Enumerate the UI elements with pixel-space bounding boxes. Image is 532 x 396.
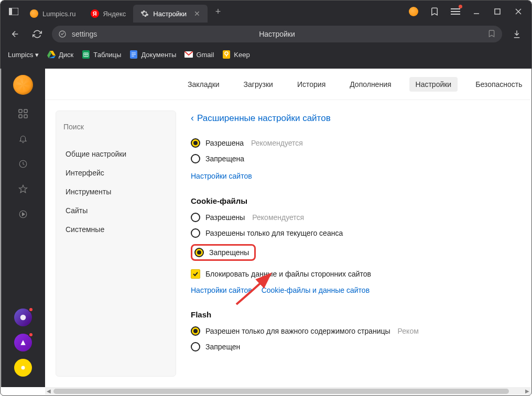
tab-yandex[interactable]: Я Яндекс [83,5,134,23]
scroll-left-icon[interactable]: ◀ [45,388,52,394]
panel-toggle-icon[interactable] [5,4,23,19]
horizontal-scrollbar[interactable]: ◀ ▶ [45,387,531,395]
radio-icon [191,228,200,238]
tab-lumpics[interactable]: Lumpics.ru [23,5,83,23]
browser-chrome: Lumpics.ru Я Яндекс Настройки ✕ + [1,1,531,69]
svg-rect-25 [19,109,22,113]
svg-marker-32 [23,213,25,216]
docs-icon [129,50,138,59]
svg-point-33 [20,315,26,321]
svg-rect-6 [495,9,500,14]
radio-allowed[interactable]: Разрешена Рекомендуется [191,138,529,148]
highlight-annotation: Запрещены [191,244,256,261]
minimize-icon[interactable] [471,6,482,17]
orange-icon [30,9,38,18]
nav-downloads[interactable]: Загрузки [237,77,279,92]
drive-icon [47,50,56,59]
radio-icon [191,154,200,163]
bookmark-keep[interactable]: Keep [222,50,249,59]
radio-flash-important[interactable]: Разрешен только для важного содержимого … [191,326,529,336]
yandex-icon: Я [91,9,99,18]
new-tab-button[interactable]: + [211,4,225,19]
url-text: settings [72,30,97,38]
sidebar-item-general[interactable]: Общие настройки [56,145,176,163]
bookmark-icon[interactable] [429,6,440,17]
gear-icon [140,9,149,18]
window-toolbar [408,6,531,17]
bookmarks-bar: Lumpics ▾ Диск Таблицы Документы Gmail K… [1,46,531,63]
profile-avatar[interactable] [13,75,33,95]
svg-rect-28 [24,115,27,118]
sidebar-item-sites[interactable]: Сайты [56,201,176,220]
rail-app-2[interactable] [14,334,32,351]
tab-label: Настройки [153,10,187,18]
orange-icon[interactable] [408,6,419,17]
radio-flash-blocked[interactable]: Запрещен [191,342,529,351]
sidebar-item-tools[interactable]: Инструменты [56,182,176,201]
chevron-left-icon: ‹ [191,113,194,124]
radio-icon [191,138,200,148]
nav-addons[interactable]: Дополнения [343,77,397,92]
tab-settings[interactable]: Настройки ✕ [133,5,208,23]
play-icon[interactable] [17,208,29,221]
maximize-icon[interactable] [492,6,503,17]
nav-security[interactable]: Безопасность [469,77,528,92]
page-title: Настройки [259,30,295,38]
back-link[interactable]: ‹ Расширенные настройки сайтов [191,113,529,124]
site-info-icon[interactable] [58,30,67,38]
sheets-icon [82,50,90,59]
settings-body: ‹ Расширенные настройки сайтов Разрешена… [176,100,531,387]
link-cookie-data[interactable]: Cookie-файлы и данные сайтов [262,286,370,294]
history-icon[interactable] [17,158,29,170]
bell-icon[interactable] [17,133,29,145]
reload-button[interactable] [30,27,45,41]
address-bar-row: settings Настройки [1,23,531,46]
checkbox-icon [191,269,200,279]
section-title-cookies: Cookie-файлы [191,196,529,205]
bookmark-lumpics[interactable]: Lumpics ▾ [8,51,39,59]
sidebar-item-interface[interactable]: Интерфейс [56,163,176,182]
radio-icon [194,248,204,257]
nav-bookmarks[interactable]: Закладки [181,77,226,92]
tab-label: Яндекс [103,10,126,18]
nav-history[interactable]: История [291,77,332,92]
svg-point-35 [21,366,25,370]
star-icon[interactable] [17,183,29,195]
bookmark-disk[interactable]: Диск [47,50,73,59]
link-site-settings-2[interactable]: Настройки сайтов [191,286,252,294]
rail-app-3[interactable] [14,359,32,377]
scroll-right-icon[interactable]: ▶ [524,388,531,394]
address-bar[interactable]: settings Настройки [52,26,502,42]
settings-page: Закладки Загрузки История Дополнения Нас… [45,69,531,387]
radio-forbidden[interactable]: Запрещена [191,154,529,163]
gmail-icon [184,50,193,59]
radio-cookies-session[interactable]: Разрешены только для текущего сеанса [191,228,529,238]
settings-sidebar: Общие настройки Интерфейс Инструменты Са… [56,111,176,377]
downloads-button[interactable] [509,27,524,41]
bookmark-star-icon[interactable] [487,29,496,39]
svg-marker-30 [19,185,27,193]
rail-app-1[interactable] [14,309,32,326]
bookmark-gmail[interactable]: Gmail [184,50,214,59]
nav-settings[interactable]: Настройки [409,77,458,92]
close-window-icon[interactable] [513,6,524,17]
close-icon[interactable]: ✕ [194,9,200,18]
sidebar-item-system[interactable]: Системные [56,220,176,239]
keep-icon [222,50,231,59]
grid-icon[interactable] [17,107,29,120]
left-rail [1,69,45,387]
radio-cookies-allowed[interactable]: Разрешены Рекомендуется [191,213,529,222]
menu-icon[interactable] [450,6,461,17]
scroll-thumb[interactable] [53,389,509,394]
radio-cookies-blocked[interactable]: Запрещены [194,248,249,257]
bookmark-docs[interactable]: Документы [129,50,176,59]
link-site-settings[interactable]: Настройки сайтов [191,172,252,180]
checkbox-block-thirdparty[interactable]: Блокировать данные и файлы сторонних сай… [191,269,529,279]
radio-icon [191,213,200,222]
tab-label: Lumpics.ru [42,10,76,18]
svg-marker-34 [20,340,25,345]
search-input[interactable] [63,118,168,135]
bookmark-sheets[interactable]: Таблицы [82,50,121,59]
back-button[interactable] [8,27,23,41]
tab-strip: Lumpics.ru Я Яндекс Настройки ✕ + [1,1,531,23]
